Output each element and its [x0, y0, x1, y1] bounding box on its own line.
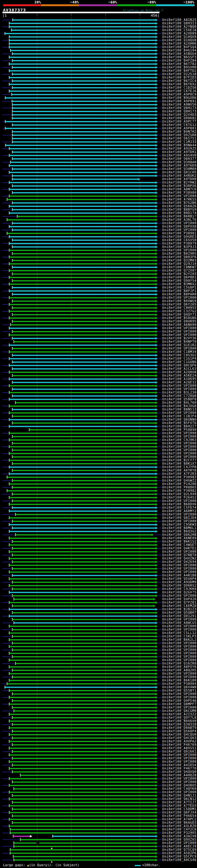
alignment-bar[interactable] — [12, 382, 156, 383]
alignment-bar[interactable] — [5, 145, 156, 146]
alignment-bar[interactable] — [20, 775, 156, 776]
alignment-bar[interactable] — [9, 243, 156, 244]
alignment-bar[interactable] — [12, 355, 156, 356]
alignment-bar[interactable] — [12, 781, 156, 783]
alignment-bar[interactable] — [9, 236, 156, 238]
alignment-bar[interactable] — [29, 429, 156, 430]
alignment-bar[interactable] — [9, 378, 156, 380]
alignment-bar[interactable] — [12, 693, 156, 695]
alignment-bar[interactable] — [12, 253, 156, 254]
alignment-bar[interactable] — [9, 680, 156, 681]
alignment-bar[interactable] — [9, 616, 156, 617]
alignment-bar[interactable] — [9, 741, 156, 742]
alignment-bar[interactable] — [12, 606, 153, 607]
alignment-bar[interactable] — [12, 500, 156, 502]
alignment-bar[interactable] — [9, 405, 156, 407]
alignment-bar[interactable] — [9, 778, 156, 779]
alignment-bar[interactable] — [12, 744, 156, 745]
alignment-bar[interactable] — [9, 91, 156, 92]
alignment-bar[interactable] — [12, 738, 156, 739]
alignment-bar[interactable] — [9, 40, 156, 41]
alignment-bar[interactable] — [9, 290, 156, 291]
alignment-bar[interactable] — [9, 666, 156, 668]
alignment-bar[interactable] — [10, 852, 156, 854]
alignment-bar[interactable] — [12, 368, 156, 370]
alignment-bar[interactable] — [12, 480, 156, 481]
alignment-bar[interactable] — [12, 463, 156, 464]
alignment-bar[interactable] — [15, 514, 156, 515]
alignment-bar[interactable] — [12, 229, 156, 230]
alignment-bar[interactable] — [9, 270, 156, 271]
alignment-bar[interactable] — [9, 510, 156, 512]
alignment-bar[interactable] — [12, 185, 156, 187]
alignment-bar[interactable] — [9, 473, 156, 474]
alignment-bar[interactable] — [12, 138, 156, 139]
alignment-bar[interactable] — [9, 84, 156, 85]
alignment-bar[interactable] — [12, 568, 156, 569]
alignment-bar[interactable] — [9, 277, 156, 278]
alignment-bar[interactable] — [12, 643, 156, 644]
alignment-bar[interactable] — [9, 36, 156, 37]
alignment-bar[interactable] — [12, 443, 156, 444]
alignment-bar[interactable] — [9, 155, 156, 156]
alignment-bar[interactable] — [12, 758, 156, 759]
alignment-bar[interactable] — [12, 301, 156, 302]
alignment-bar[interactable] — [12, 649, 156, 651]
alignment-bar[interactable] — [5, 97, 156, 98]
alignment-bar[interactable] — [12, 168, 156, 170]
alignment-bar[interactable] — [9, 571, 156, 573]
alignment-bar[interactable] — [12, 134, 156, 136]
alignment-bar[interactable] — [9, 226, 156, 227]
alignment-bar[interactable] — [9, 484, 156, 485]
alignment-bar[interactable] — [9, 517, 156, 519]
alignment-bar[interactable] — [9, 328, 156, 329]
alignment-bar[interactable] — [12, 131, 156, 132]
alignment-bar[interactable] — [12, 118, 156, 119]
alignment-bar[interactable] — [12, 629, 156, 630]
alignment-bar[interactable] — [12, 771, 156, 773]
alignment-bar[interactable] — [9, 812, 156, 813]
alignment-bar[interactable] — [9, 419, 156, 420]
alignment-bar[interactable] — [12, 240, 156, 241]
alignment-bar[interactable] — [12, 822, 156, 823]
alignment-bar[interactable] — [12, 619, 156, 620]
alignment-bar[interactable] — [14, 842, 156, 844]
alignment-bar[interactable] — [12, 202, 156, 204]
alignment-bar[interactable] — [9, 453, 156, 454]
alignment-bar[interactable] — [9, 734, 156, 735]
alignment-bar[interactable] — [12, 331, 156, 332]
alignment-bar[interactable] — [14, 341, 156, 342]
alignment-bar[interactable] — [12, 751, 156, 752]
alignment-bar[interactable] — [12, 321, 156, 322]
alignment-bar[interactable] — [12, 267, 156, 268]
alignment-bar[interactable] — [9, 446, 156, 447]
alignment-bar[interactable] — [9, 592, 156, 593]
alignment-bar[interactable] — [12, 582, 156, 583]
alignment-bar[interactable] — [9, 165, 156, 166]
alignment-bar[interactable] — [9, 426, 156, 427]
alignment-bar[interactable] — [10, 829, 156, 830]
alignment-bar[interactable] — [9, 460, 156, 461]
alignment-bar[interactable] — [12, 724, 156, 725]
alignment-bar[interactable] — [9, 304, 156, 305]
alignment-bar[interactable] — [9, 632, 156, 634]
alignment-bar[interactable] — [12, 307, 156, 309]
alignment-bar[interactable] — [12, 192, 156, 193]
alignment-bar[interactable] — [12, 114, 156, 116]
alignment-bar[interactable] — [14, 846, 156, 847]
alignment-bar[interactable] — [12, 588, 156, 590]
alignment-bar[interactable] — [7, 490, 156, 491]
alignment-bar[interactable] — [9, 602, 156, 603]
alignment-bar[interactable] — [12, 67, 156, 68]
alignment-bar[interactable] — [12, 470, 156, 471]
alignment-bar[interactable] — [10, 849, 156, 850]
alignment-bar[interactable] — [7, 199, 156, 200]
alignment-bar[interactable] — [9, 673, 156, 674]
alignment-bar[interactable] — [12, 280, 156, 281]
alignment-bar[interactable] — [12, 179, 138, 180]
alignment-bar[interactable] — [12, 575, 156, 576]
alignment-bar[interactable] — [9, 748, 156, 749]
alignment-bar[interactable] — [9, 805, 156, 806]
alignment-bar[interactable] — [9, 551, 156, 552]
alignment-bar[interactable] — [12, 436, 156, 437]
